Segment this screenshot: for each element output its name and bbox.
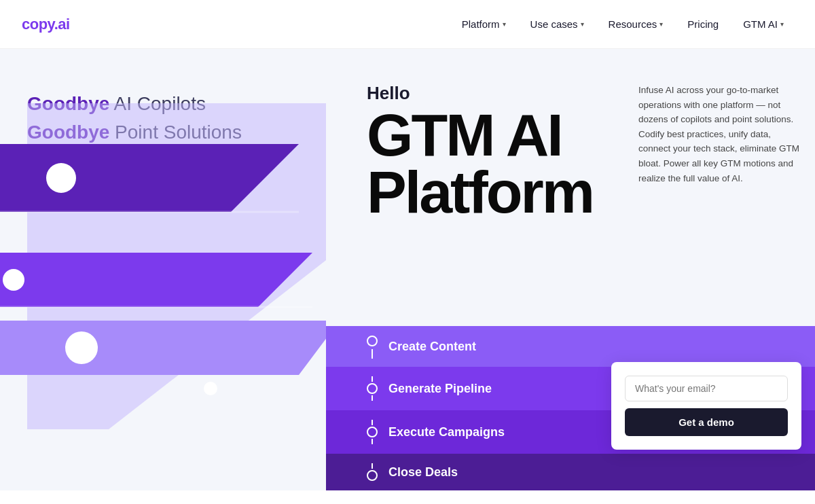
svg-marker-5 <box>0 321 340 375</box>
navbar: copy.ai Platform ▾ Use cases ▾ Resources… <box>0 0 815 49</box>
email-input[interactable] <box>625 376 788 401</box>
item-dot-3 <box>367 427 378 437</box>
trusted-bar: Trusted by 17 million users at leading c… <box>0 490 815 504</box>
item-dot-2 <box>367 383 378 394</box>
item-dot-4 <box>367 470 378 481</box>
item-label-3: Execute Campaigns <box>388 425 505 439</box>
item-label-1: Create Content <box>388 340 476 354</box>
item-dot-1 <box>367 336 378 346</box>
chevron-down-icon: ▾ <box>780 20 784 28</box>
hero-description: Infuse AI across your go-to-market opera… <box>625 83 815 185</box>
item-label-4: Close Deals <box>388 465 458 480</box>
nav-item-gtmai[interactable]: GTM AI ▾ <box>734 13 793 35</box>
nav-item-pricing[interactable]: Pricing <box>678 13 728 35</box>
item-row-4: Close Deals <box>326 454 815 490</box>
chevron-down-icon: ▾ <box>503 20 506 28</box>
item-label-2: Generate Pipeline <box>388 382 492 396</box>
chevron-down-icon: ▾ <box>659 20 663 28</box>
svg-point-6 <box>65 331 98 364</box>
nav-item-platform[interactable]: Platform ▾ <box>452 13 515 35</box>
hero-right: Hello GTM AI Platform Infuse AI across y… <box>326 49 815 490</box>
svg-point-2 <box>46 163 76 193</box>
nav-item-resources[interactable]: Resources ▾ <box>599 13 673 35</box>
svg-marker-3 <box>0 253 312 307</box>
nav-links: Platform ▾ Use cases ▾ Resources ▾ Prici… <box>452 13 793 35</box>
get-demo-button[interactable]: Get a demo <box>625 408 788 436</box>
logo[interactable]: copy.ai <box>22 16 70 33</box>
svg-point-4 <box>3 269 24 291</box>
item-row-1: Create Content <box>326 326 815 367</box>
hero-left: Goodbye AI Copilots Goodbye Point Soluti… <box>0 49 326 490</box>
chevron-down-icon: ▾ <box>581 20 584 28</box>
email-card: Get a demo <box>611 362 801 450</box>
nav-item-usecases[interactable]: Use cases ▾ <box>521 13 594 35</box>
svg-point-7 <box>204 382 217 395</box>
rail-graphic <box>0 103 367 429</box>
hero-section: Goodbye AI Copilots Goodbye Point Soluti… <box>0 49 815 490</box>
logo-text: copy.ai <box>22 16 70 33</box>
